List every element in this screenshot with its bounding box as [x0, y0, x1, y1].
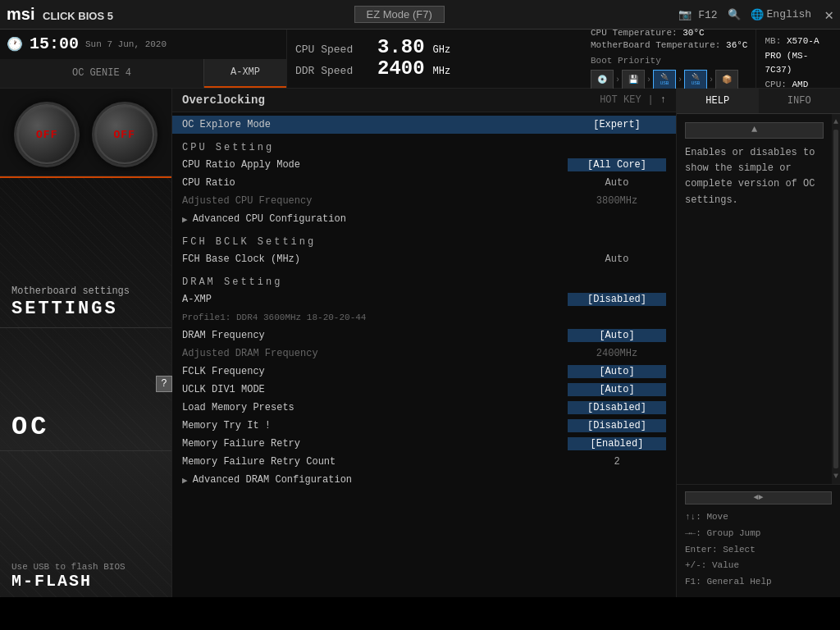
adj-cpu-freq-label: Adjusted CPU Frequency — [182, 195, 568, 207]
profile1-row: Profile1: DDR4 3600MHz 18-20-20-44 — [172, 308, 676, 326]
adv-cpu-config-label: Advanced CPU Configuration — [193, 213, 666, 225]
fclk-freq-label: FCLK Frequency — [182, 366, 568, 377]
boot-icon-1[interactable]: 💿 — [591, 70, 614, 89]
nav-general-help: F1: General Help — [685, 574, 832, 591]
speed-info: CPU Speed 3.80 GHz DDR Speed 2400 MHz — [287, 30, 582, 88]
topbar-right: 📷 F12 🔍 🌐 English ✕ — [678, 6, 833, 24]
adj-cpu-freq-value: 3800MHz — [568, 194, 666, 208]
cpu-ratio-apply-row[interactable]: CPU Ratio Apply Mode [All Core] — [172, 156, 676, 174]
sidebar: OFF OFF ? Motherboard settings SETTINGS … — [0, 89, 172, 597]
right-panel: HELP INFO ▲ Enables or disables to show … — [676, 89, 840, 597]
fch-base-clock-row[interactable]: FCH Base Clock (MHz) Auto — [172, 250, 676, 268]
time-display: 15:00 — [30, 34, 79, 53]
f12-button[interactable]: 📷 F12 — [678, 8, 717, 21]
close-button[interactable]: ✕ — [824, 6, 833, 24]
adj-cpu-freq-row[interactable]: Adjusted CPU Frequency 3800MHz — [172, 192, 676, 210]
nav-help: ◄► ↑↓: Move →←: Group Jump Enter: Select… — [677, 484, 840, 597]
topbar-mid: EZ Mode (F7) — [120, 6, 678, 23]
center-panel: Overclocking HOT KEY | ↑ OC Explore Mode… — [172, 89, 676, 597]
adj-dram-freq-row[interactable]: Adjusted DRAM Frequency 2400MHz — [172, 345, 676, 363]
mem-try-it-row[interactable]: Memory Try It ! [Disabled] — [172, 417, 676, 435]
load-mem-presets-value: [Disabled] — [568, 401, 666, 414]
hotkey-separator: | — [648, 94, 654, 106]
axmp-knob[interactable]: OFF — [92, 102, 158, 167]
ddr-speed-unit: MHz — [433, 66, 451, 77]
mb-spec-label: MB: — [765, 36, 781, 46]
mem-fail-retry-row[interactable]: Memory Failure Retry [Enabled] — [172, 435, 676, 453]
boot-icons-row: 💿 › 💾 › 🔌USB › 🔌USB › 📦 — [591, 70, 747, 89]
mem-fail-retry-label: Memory Failure Retry — [182, 438, 568, 450]
fch-bclk-header: FCH BCLK Setting — [172, 228, 676, 250]
dram-freq-row[interactable]: DRAM Frequency [Auto] — [172, 326, 676, 345]
oc-genie-tab[interactable]: OC GENIE 4 — [0, 59, 204, 88]
mem-fail-retry-value: [Enabled] — [568, 437, 666, 450]
oc-explore-value: [Expert] — [568, 118, 666, 131]
axmp-label: A-XMP — [182, 294, 568, 305]
mb-temp-value: 36°C — [726, 40, 747, 50]
boot-arrow: › — [615, 75, 620, 84]
boot-arrow-3: › — [678, 75, 682, 84]
search-button[interactable]: 🔍 — [728, 8, 741, 21]
sidebar-settings-title: SETTINGS — [11, 299, 118, 319]
right-tabs: HELP INFO — [677, 89, 840, 114]
temp-info: CPU Temperature: 30°C MotherBoard Temper… — [582, 30, 756, 88]
logo-product: CLICK BIOS 5 — [43, 10, 113, 22]
sidebar-oc-title: OC — [11, 412, 49, 442]
cpu-speed-value: 3.80 — [377, 38, 425, 57]
help-tab[interactable]: HELP — [677, 89, 759, 113]
axmp-knob-container: OFF — [92, 102, 158, 167]
help-text: Enables or disables to show the simple o… — [685, 145, 824, 208]
oc-explore-row[interactable]: OC Explore Mode [Expert] — [172, 116, 676, 134]
load-mem-presets-row[interactable]: Load Memory Presets [Disabled] — [172, 399, 676, 417]
settings-table: OC Explore Mode [Expert] CPU Setting CPU… — [172, 112, 676, 597]
dram-freq-value: [Auto] — [568, 329, 666, 342]
sidebar-mflash-item[interactable]: Use USB to flash BIOS M-FLASH — [0, 450, 171, 597]
question-button[interactable]: ? — [156, 376, 172, 392]
boot-icon-2[interactable]: 💾 — [622, 70, 645, 89]
logo-msi: msi — [7, 5, 34, 23]
adv-dram-config-label: Advanced DRAM Configuration — [193, 474, 666, 486]
uclk-div1-label: UCLK DIV1 MODE — [182, 384, 568, 395]
cpu-ratio-label: CPU Ratio — [182, 177, 568, 189]
sidebar-settings-item[interactable]: Motherboard settings SETTINGS — [0, 176, 171, 327]
oc-genie-knob[interactable]: OFF — [14, 102, 80, 167]
logo: msi CLICK BIOS 5 — [7, 5, 113, 24]
axmp-row[interactable]: A-XMP [Disabled] — [172, 290, 676, 308]
fclk-freq-value: [Auto] — [568, 365, 666, 378]
adv-cpu-config-row[interactable]: ▶ Advanced CPU Configuration — [172, 210, 676, 228]
globe-icon: 🌐 — [751, 8, 764, 21]
right-scrollbar[interactable]: ▲ ▼ — [832, 114, 840, 484]
spec-panel: MB: X570-A PRO (MS-7C37) CPU: AMD Ryzen … — [756, 30, 840, 88]
adv-dram-config-row[interactable]: ▶ Advanced DRAM Configuration — [172, 471, 676, 489]
knob-area: OFF OFF — [0, 89, 171, 176]
cpu-ratio-apply-label: CPU Ratio Apply Mode — [182, 159, 568, 171]
ddr-speed-label: DDR Speed — [295, 65, 369, 77]
ez-mode-button[interactable]: EZ Mode (F7) — [354, 6, 445, 23]
boot-icon-4[interactable]: 🔌USB — [684, 70, 707, 89]
nav-move: ↑↓: Move — [685, 509, 832, 526]
cpu-speed-unit: GHz — [433, 44, 451, 56]
a-xmp-tab[interactable]: A-XMP — [204, 59, 286, 88]
load-mem-presets-label: Load Memory Presets — [182, 402, 568, 413]
cpu-ratio-value: Auto — [568, 176, 666, 189]
uclk-div1-value: [Auto] — [568, 383, 666, 396]
dram-freq-label: DRAM Frequency — [182, 330, 568, 341]
mem-fail-retry-count-row[interactable]: Memory Failure Retry Count 2 — [172, 453, 676, 471]
cpu-ratio-row[interactable]: CPU Ratio Auto — [172, 174, 676, 192]
mem-fail-retry-count-value: 2 — [568, 455, 666, 468]
boot-icon-3[interactable]: 🔌USB — [653, 70, 676, 89]
sidebar-oc-item[interactable]: OC — [0, 327, 171, 450]
cpu-spec-label: CPU: — [765, 80, 786, 89]
fclk-freq-row[interactable]: FCLK Frequency [Auto] — [172, 363, 676, 381]
right-panel-inner: ▲ Enables or disables to show the simple… — [677, 114, 840, 484]
expand-dram-icon: ▶ — [182, 475, 188, 486]
info-tab[interactable]: INFO — [759, 89, 841, 113]
boot-icon-5[interactable]: 📦 — [715, 70, 738, 89]
boot-arrow-4: › — [709, 75, 714, 84]
language-button[interactable]: 🌐 English — [751, 8, 812, 21]
back-button[interactable]: ↑ — [660, 94, 666, 106]
mem-try-it-label: Memory Try It ! — [182, 420, 568, 431]
sidebar-settings-label: Motherboard settings — [11, 285, 130, 297]
axmp-value: [Disabled] — [568, 293, 666, 306]
uclk-div1-row[interactable]: UCLK DIV1 MODE [Auto] — [172, 381, 676, 399]
